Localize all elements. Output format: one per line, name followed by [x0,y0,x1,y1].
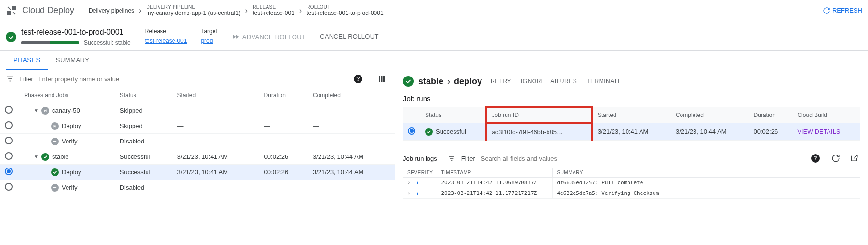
breadcrumb-pipeline[interactable]: DELIVERY PIPELINE my-canary-demo-app-1 (… [141,4,245,16]
filter-input[interactable] [38,76,345,83]
filter-icon [6,75,14,83]
svg-rect-2 [379,76,380,82]
logs-filter-input[interactable] [481,155,626,162]
phase-completed: 3/21/23, 10:44 AM [308,165,395,180]
refresh-label: REFRESH [832,7,862,14]
tabs: PHASES SUMMARY [0,51,868,70]
info-icon: i [417,180,418,185]
expand-icon[interactable]: › [407,180,411,186]
success-icon [403,76,414,87]
fast-forward-icon [232,33,240,40]
phase-completed: — [308,134,395,149]
view-details-link[interactable]: VIEW DETAILS [797,129,840,135]
product-block: Cloud Deploy [6,5,74,16]
phase-duration: 00:02:26 [259,149,308,165]
col-duration: Duration [259,88,308,103]
breadcrumb-label: RELEASE [253,4,294,10]
phase-row[interactable]: Verify Disabled — — — [0,180,395,195]
svg-rect-5 [46,109,47,112]
col-cloud-build: Cloud Build [792,107,860,123]
disabled-icon [51,184,59,192]
release-link[interactable]: test-release-001 [145,38,187,44]
expand-icon[interactable]: › [407,190,411,196]
phase-status: Disabled [115,134,173,149]
phase-row[interactable]: Deploy Successful 3/21/23, 10:41 AM 00:0… [0,165,395,180]
tab-phases[interactable]: PHASES [6,51,48,70]
job-logs-title: Job run logs [403,155,437,162]
target-link[interactable]: prod [201,38,217,44]
phase-duration: — [259,180,308,195]
svg-rect-1 [13,7,16,10]
breadcrumb-release[interactable]: RELEASE test-release-001 [248,4,299,16]
svg-rect-8 [54,187,56,188]
rollout-main: test-release-001-to-prod-0001 Successful… [6,28,131,46]
phase-status: Skipped [115,103,173,118]
breadcrumb-root[interactable]: Delivery pipelines [84,7,139,14]
job-run-row[interactable]: Successful ac3f10fc-7f9f-46bb-b85… 3/21/… [403,123,860,141]
phase-duration: — [259,103,308,118]
release-meta: Release test-release-001 [145,28,187,44]
col-started: Started [173,88,259,103]
open-external-icon[interactable] [848,152,860,165]
help-icon[interactable]: ? [811,154,820,163]
phase-row[interactable]: ▼stable Successful 3/21/23, 10:41 AM 00:… [0,149,395,165]
job-run-id: ac3f10fc-7f9f-46bb-b85… [486,123,592,141]
phase-name: canary-50 [52,107,80,114]
success-icon [51,168,59,176]
advance-rollout-button[interactable]: ADVANCE ROLLOUT [232,28,306,40]
success-icon [425,128,433,136]
phase-completed: — [308,180,395,195]
phase-row[interactable]: ▼canary-50 Skipped — — — [0,103,395,118]
col-started: Started [592,107,671,123]
col-summary: SUMMARY [553,168,860,178]
chevron-right-icon: › [447,77,450,87]
row-radio[interactable] [5,168,13,175]
log-summary: df6635ed1257: Pull complete [553,178,860,188]
job-run-completed: 3/21/23, 10:44 AM [671,123,749,141]
row-radio[interactable] [5,183,13,191]
target-meta: Target prod [201,28,217,44]
help-icon[interactable]: ? [354,75,362,83]
phase-row[interactable]: Deploy Skipped — — — [0,118,395,134]
col-duration: Duration [749,107,793,123]
cancel-rollout-button[interactable]: CANCEL ROLLOUT [320,28,378,40]
col-completed: Completed [308,88,395,103]
breadcrumb-label: ROLLOUT [307,4,383,10]
logs-filter-label: Filter [461,155,475,162]
row-radio[interactable] [5,152,13,160]
retry-button[interactable]: RETRY [491,78,511,85]
svg-rect-7 [54,141,56,142]
log-row[interactable]: › i 2023-03-21T14:42:11.068970837Z df663… [403,178,860,188]
radio-selected[interactable] [408,127,415,135]
filter-icon [448,155,455,162]
job-run-duration: 00:02:26 [749,123,793,141]
svg-rect-3 [381,76,383,82]
refresh-button[interactable]: REFRESH [823,7,862,14]
job-runs-title: Job runs [403,94,860,103]
detail-phase: stable [418,77,443,87]
caret-down-icon[interactable]: ▼ [34,154,39,159]
phase-duration: — [259,134,308,149]
refresh-icon [823,7,830,14]
tab-summary[interactable]: SUMMARY [48,51,97,70]
row-radio[interactable] [5,106,13,114]
ignore-failures-button[interactable]: IGNORE FAILURES [521,78,577,85]
target-label: Target [201,28,217,35]
filter-label: Filter [19,76,33,83]
col-timestamp: TIMESTAMP [437,168,553,178]
phase-row[interactable]: Verify Disabled — — — [0,134,395,149]
col-job-run-id: Job run ID [486,107,592,123]
refresh-icon[interactable] [829,152,842,165]
phase-duration: — [259,118,308,134]
detail-title: stable › deploy [418,77,482,87]
phase-started: — [173,180,259,195]
phase-started: — [173,118,259,134]
row-radio[interactable] [5,137,13,144]
log-row[interactable]: › i 2023-03-21T14:42:11.177217217Z 4e632… [403,188,860,199]
caret-down-icon[interactable]: ▼ [34,108,39,113]
log-timestamp: 2023-03-21T14:42:11.068970837Z [437,178,553,188]
columns-icon[interactable] [374,74,389,84]
row-radio[interactable] [5,121,13,129]
terminate-button[interactable]: TERMINATE [587,78,622,85]
phase-started: — [173,103,259,118]
